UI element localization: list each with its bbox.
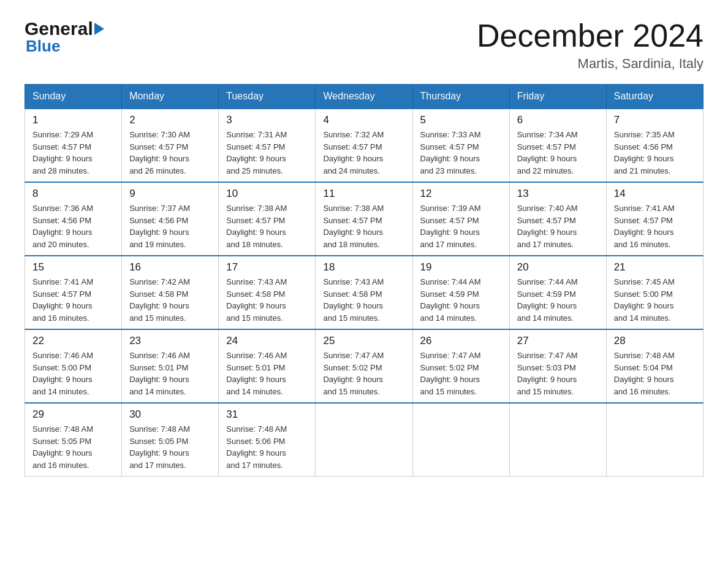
calendar-cell: 25Sunrise: 7:47 AMSunset: 5:02 PMDayligh… (316, 329, 412, 403)
calendar-cell: 22Sunrise: 7:46 AMSunset: 5:00 PMDayligh… (25, 329, 122, 403)
day-info: Sunrise: 7:45 AMSunset: 5:00 PMDaylight:… (614, 276, 696, 324)
calendar-cell: 16Sunrise: 7:42 AMSunset: 4:58 PMDayligh… (122, 256, 219, 329)
day-info: Sunrise: 7:48 AMSunset: 5:06 PMDaylight:… (226, 423, 308, 471)
calendar-cell (316, 403, 412, 477)
day-info: Sunrise: 7:41 AMSunset: 4:57 PMDaylight:… (614, 202, 696, 250)
day-number: 18 (323, 261, 404, 274)
day-info: Sunrise: 7:37 AMSunset: 4:56 PMDaylight:… (129, 202, 211, 250)
calendar-cell: 23Sunrise: 7:46 AMSunset: 5:01 PMDayligh… (122, 329, 219, 403)
column-header-thursday: Thursday (412, 85, 509, 109)
page-header: General Blue December 2024 Martis, Sardi… (25, 18, 703, 72)
calendar-cell: 20Sunrise: 7:44 AMSunset: 4:59 PMDayligh… (509, 256, 606, 329)
calendar-cell: 9Sunrise: 7:37 AMSunset: 4:56 PMDaylight… (122, 182, 219, 256)
calendar-cell (509, 403, 606, 477)
column-header-saturday: Saturday (606, 85, 703, 109)
calendar-cell: 27Sunrise: 7:47 AMSunset: 5:03 PMDayligh… (509, 329, 606, 403)
calendar-week-row: 1Sunrise: 7:29 AMSunset: 4:57 PMDaylight… (25, 109, 703, 182)
day-info: Sunrise: 7:47 AMSunset: 5:03 PMDaylight:… (517, 350, 599, 397)
day-info: Sunrise: 7:46 AMSunset: 5:00 PMDaylight:… (32, 350, 114, 397)
logo-text-general: General (25, 18, 93, 39)
day-number: 11 (323, 188, 404, 200)
day-number: 26 (420, 335, 502, 347)
calendar-cell: 14Sunrise: 7:41 AMSunset: 4:57 PMDayligh… (606, 182, 703, 256)
calendar-week-row: 22Sunrise: 7:46 AMSunset: 5:00 PMDayligh… (25, 329, 703, 403)
day-number: 24 (226, 335, 308, 347)
day-number: 14 (614, 188, 696, 200)
day-info: Sunrise: 7:43 AMSunset: 4:58 PMDaylight:… (226, 276, 308, 324)
day-number: 3 (226, 114, 308, 126)
logo-triangle-icon (94, 23, 104, 35)
calendar-cell: 1Sunrise: 7:29 AMSunset: 4:57 PMDaylight… (25, 109, 122, 182)
day-info: Sunrise: 7:38 AMSunset: 4:57 PMDaylight:… (323, 202, 404, 250)
calendar-cell: 12Sunrise: 7:39 AMSunset: 4:57 PMDayligh… (412, 182, 509, 256)
calendar-cell: 10Sunrise: 7:38 AMSunset: 4:57 PMDayligh… (219, 182, 316, 256)
day-number: 28 (614, 335, 696, 347)
location-subtitle: Martis, Sardinia, Italy (477, 56, 703, 72)
calendar-cell: 5Sunrise: 7:33 AMSunset: 4:57 PMDaylight… (412, 109, 509, 182)
calendar-cell (412, 403, 509, 477)
day-number: 5 (420, 114, 502, 126)
day-number: 8 (32, 188, 114, 200)
day-number: 23 (129, 335, 211, 347)
calendar-cell: 11Sunrise: 7:38 AMSunset: 4:57 PMDayligh… (316, 182, 412, 256)
day-info: Sunrise: 7:34 AMSunset: 4:57 PMDaylight:… (517, 129, 599, 177)
calendar-cell: 26Sunrise: 7:47 AMSunset: 5:02 PMDayligh… (412, 329, 509, 403)
column-header-tuesday: Tuesday (219, 85, 316, 109)
calendar-cell: 17Sunrise: 7:43 AMSunset: 4:58 PMDayligh… (219, 256, 316, 329)
day-number: 1 (32, 114, 114, 126)
day-info: Sunrise: 7:48 AMSunset: 5:04 PMDaylight:… (614, 350, 696, 397)
day-info: Sunrise: 7:46 AMSunset: 5:01 PMDaylight:… (129, 350, 211, 397)
day-number: 9 (129, 188, 211, 200)
calendar-table: SundayMondayTuesdayWednesdayThursdayFrid… (25, 84, 703, 477)
day-info: Sunrise: 7:47 AMSunset: 5:02 PMDaylight:… (323, 350, 404, 397)
calendar-body: 1Sunrise: 7:29 AMSunset: 4:57 PMDaylight… (25, 109, 703, 477)
calendar-cell: 7Sunrise: 7:35 AMSunset: 4:56 PMDaylight… (606, 109, 703, 182)
calendar-cell: 21Sunrise: 7:45 AMSunset: 5:00 PMDayligh… (606, 256, 703, 329)
day-number: 20 (517, 261, 599, 274)
calendar-cell: 24Sunrise: 7:46 AMSunset: 5:01 PMDayligh… (219, 329, 316, 403)
day-info: Sunrise: 7:46 AMSunset: 5:01 PMDaylight:… (226, 350, 308, 397)
day-number: 25 (323, 335, 404, 347)
column-header-monday: Monday (122, 85, 219, 109)
day-number: 16 (129, 261, 211, 274)
calendar-week-row: 15Sunrise: 7:41 AMSunset: 4:57 PMDayligh… (25, 256, 703, 329)
column-header-friday: Friday (509, 85, 606, 109)
day-number: 13 (517, 188, 599, 200)
day-number: 10 (226, 188, 308, 200)
logo-text-blue: Blue (25, 37, 60, 56)
day-number: 2 (129, 114, 211, 126)
calendar-cell: 3Sunrise: 7:31 AMSunset: 4:57 PMDaylight… (219, 109, 316, 182)
day-number: 22 (32, 335, 114, 347)
day-info: Sunrise: 7:44 AMSunset: 4:59 PMDaylight:… (517, 276, 599, 324)
day-info: Sunrise: 7:33 AMSunset: 4:57 PMDaylight:… (420, 129, 502, 177)
day-info: Sunrise: 7:38 AMSunset: 4:57 PMDaylight:… (226, 202, 308, 250)
day-number: 19 (420, 261, 502, 274)
calendar-cell: 19Sunrise: 7:44 AMSunset: 4:59 PMDayligh… (412, 256, 509, 329)
calendar-cell: 28Sunrise: 7:48 AMSunset: 5:04 PMDayligh… (606, 329, 703, 403)
calendar-cell: 13Sunrise: 7:40 AMSunset: 4:57 PMDayligh… (509, 182, 606, 256)
day-info: Sunrise: 7:30 AMSunset: 4:57 PMDaylight:… (129, 129, 211, 177)
calendar-cell: 6Sunrise: 7:34 AMSunset: 4:57 PMDaylight… (509, 109, 606, 182)
calendar-cell: 30Sunrise: 7:48 AMSunset: 5:05 PMDayligh… (122, 403, 219, 477)
day-number: 21 (614, 261, 696, 274)
day-info: Sunrise: 7:29 AMSunset: 4:57 PMDaylight:… (32, 129, 114, 177)
day-number: 4 (323, 114, 404, 126)
column-header-sunday: Sunday (25, 85, 122, 109)
month-title: December 2024 (477, 18, 703, 53)
day-info: Sunrise: 7:35 AMSunset: 4:56 PMDaylight:… (614, 129, 696, 177)
day-info: Sunrise: 7:43 AMSunset: 4:58 PMDaylight:… (323, 276, 404, 324)
day-number: 6 (517, 114, 599, 126)
day-number: 27 (517, 335, 599, 347)
day-number: 7 (614, 114, 696, 126)
column-header-wednesday: Wednesday (316, 85, 412, 109)
day-number: 31 (226, 408, 308, 421)
calendar-header: SundayMondayTuesdayWednesdayThursdayFrid… (25, 85, 703, 109)
calendar-cell: 18Sunrise: 7:43 AMSunset: 4:58 PMDayligh… (316, 256, 412, 329)
calendar-cell: 31Sunrise: 7:48 AMSunset: 5:06 PMDayligh… (219, 403, 316, 477)
logo: General Blue (25, 18, 104, 56)
day-number: 15 (32, 261, 114, 274)
day-info: Sunrise: 7:31 AMSunset: 4:57 PMDaylight:… (226, 129, 308, 177)
calendar-cell: 8Sunrise: 7:36 AMSunset: 4:56 PMDaylight… (25, 182, 122, 256)
day-info: Sunrise: 7:47 AMSunset: 5:02 PMDaylight:… (420, 350, 502, 397)
calendar-cell (606, 403, 703, 477)
